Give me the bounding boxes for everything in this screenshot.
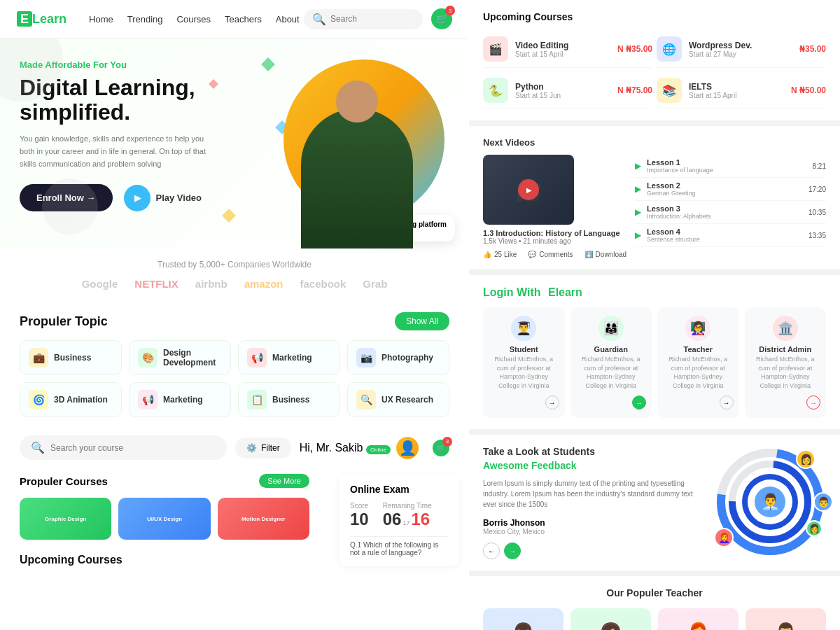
wp-price: ₦35.00 — [799, 44, 826, 54]
like-button[interactable]: 👍 25 Like — [483, 251, 517, 258]
cart-badge: 3 — [445, 6, 455, 15]
nav-home[interactable]: Home — [89, 14, 113, 24]
search-cart[interactable]: 🛒 3 — [433, 440, 449, 456]
upcoming-courses-section: Upcoming Courses 🎬 Video Editing Start a… — [469, 0, 840, 120]
admin-arrow[interactable]: → — [806, 396, 820, 410]
play-overlay[interactable]: ▶ — [518, 179, 539, 200]
ielts-name: IELTS — [689, 82, 784, 92]
chart-avatar-2: 👨 — [813, 492, 833, 512]
lesson-4[interactable]: ▶ Lesson 4 Sentence structure 13:35 — [635, 224, 826, 247]
login-teacher[interactable]: 👩‍🏫 Teacher Richard McEnthos, a cum of p… — [657, 307, 739, 418]
nav-about[interactable]: About — [276, 14, 300, 24]
teacher-mac[interactable]: 👨‍🦱 Mac Jonson Visual Designer f t in ig — [746, 608, 826, 630]
see-more-button[interactable]: See More — [259, 474, 309, 488]
video-views: 1.5k Views • 21 minutes ago — [483, 237, 626, 245]
brand-facebook: facebook — [300, 278, 346, 290]
guardian-arrow[interactable]: → — [632, 396, 646, 410]
greeting-text: Hi, Mr. Sakib Online — [300, 442, 391, 454]
right-panel: Upcoming Courses 🎬 Video Editing Start a… — [469, 0, 840, 630]
exam-stats: Score 10 Remaning Time 06 17 16 — [350, 502, 448, 529]
topic-business-icon: 💼 — [29, 348, 48, 368]
exam-score: Score 10 — [350, 502, 369, 529]
lesson-3-sub: Introduction: Alphabets — [647, 213, 803, 220]
topic-design-icon: 🎨 — [138, 348, 158, 368]
play-overlay-icon: ▶ — [526, 186, 532, 194]
nav-teachers[interactable]: Teachers — [225, 14, 262, 24]
lesson-4-sub: Sentence structure — [647, 236, 803, 243]
brand-google: Google — [82, 278, 118, 290]
nav-trending[interactable]: Trending — [127, 14, 163, 24]
video-thumbnail[interactable]: 🎥 ▶ — [483, 155, 574, 225]
student-arrow[interactable]: → — [545, 396, 559, 410]
courses-section: Propuler Courses See More Graphic Design… — [0, 467, 329, 547]
topic-design[interactable]: 🎨 Design Development — [129, 340, 231, 375]
lesson-2[interactable]: ▶ Lesson 2 German Greeting 17:20 — [635, 178, 826, 201]
download-button[interactable]: ⬇️ Download — [584, 251, 626, 258]
feedback-location: Mexico City, Mexico — [483, 528, 703, 536]
topic-business2[interactable]: 📋 Business — [238, 382, 340, 417]
course-motion[interactable]: Motion Designer — [218, 498, 309, 540]
next-videos-title: Next Videos — [483, 137, 826, 148]
filter-button[interactable]: ⚙️ Filter — [235, 438, 291, 458]
video-editing-icon: 🎬 — [483, 36, 508, 62]
upcoming-course-python[interactable]: 🐍 Python Start at 15 Jun N ₦75.00 — [483, 72, 652, 109]
teacher-borris-photo: 👩 — [570, 608, 651, 630]
teacher-borris[interactable]: 👩 Borris Mac Digital Marketer f t in ig — [570, 608, 651, 630]
login-guardian[interactable]: 👨‍👩‍👧 Guardian Richard McEnthos, a cum o… — [570, 307, 652, 418]
show-all-button[interactable]: Show All — [395, 312, 449, 330]
course-search-bar: 🔍 — [20, 435, 227, 460]
comments-button[interactable]: 💬 Comments — [528, 251, 573, 258]
login-student[interactable]: 👨‍🎓 Student Richard McEnthos, a cum of p… — [483, 307, 565, 418]
python-date: Start at 15 Jun — [515, 92, 610, 99]
topic-marketing2[interactable]: 📢 Marketing — [129, 382, 231, 417]
like-label: 25 Like — [494, 251, 517, 258]
topics-grid: 💼 Business 🎨 Design Development 📢 Market… — [20, 340, 449, 417]
student-role: Student — [489, 345, 559, 354]
cart-button[interactable]: 🛒 3 — [431, 8, 452, 29]
play-video-button[interactable]: ▶ Play Video — [124, 185, 202, 211]
comments-icon: 💬 — [528, 251, 536, 258]
lesson-1-title: Lesson 1 — [647, 158, 806, 167]
teacher-jons[interactable]: 👩‍🦰 Jons Marry Business Developer f t in… — [658, 608, 738, 630]
ielts-date: Start at 15 April — [689, 92, 784, 99]
topic-marketing[interactable]: 📢 Marketing — [238, 340, 340, 375]
exam-question: Q.1 Which of the following is not a rule… — [350, 536, 448, 556]
lesson-1[interactable]: ▶ Lesson 1 Importance of language 8:21 — [635, 155, 826, 178]
feedback-next[interactable]: → — [504, 542, 521, 559]
topic-business-label: Business — [54, 353, 91, 363]
teacher-jons-photo: 👩‍🦰 — [658, 608, 738, 630]
avatar-emoji: 👤 — [396, 437, 419, 459]
python-icon: 🐍 — [483, 78, 508, 103]
teacher-arrow[interactable]: → — [720, 396, 734, 410]
feedback-prev[interactable]: ← — [483, 542, 500, 559]
login-title-text: Login With — [483, 286, 541, 298]
courses-left: Propuler Courses See More Graphic Design… — [0, 467, 329, 573]
topic-3d-icon: 🌀 — [29, 390, 48, 410]
upcoming-course-wp[interactable]: 🌐 Wordpress Dev. Start at 27 May ₦35.00 — [657, 31, 826, 68]
course-search-input[interactable] — [50, 443, 216, 453]
topic-business2-label: Business — [272, 395, 309, 405]
topic-business[interactable]: 💼 Business — [20, 340, 122, 375]
topics-header: Propuler Topic Show All — [20, 312, 449, 330]
topic-3d[interactable]: 🌀 3D Animation — [20, 382, 122, 417]
upcoming-course-ielts[interactable]: 📚 IELTS Start at 15 April N ₦50.00 — [657, 72, 826, 109]
upcoming-course-video[interactable]: 🎬 Video Editing Start at 15 April N ₦35.… — [483, 31, 652, 68]
student-name: Richard McEnthos, a cum of professor at … — [489, 355, 559, 390]
nav-courses[interactable]: Courses — [177, 14, 211, 24]
teacher-jonson[interactable]: 👨 Jonson Roy UI/UX Designer f t in ig — [483, 608, 564, 630]
lesson-3-title: Lesson 3 — [647, 204, 803, 213]
course-ux-design[interactable]: UI/UX Design — [118, 498, 210, 540]
login-cards: 👨‍🎓 Student Richard McEnthos, a cum of p… — [483, 307, 826, 418]
topic-marketing2-label: Marketing — [163, 395, 203, 405]
exam-time-total: 17 — [402, 519, 410, 526]
login-admin[interactable]: 🏛️ District Admin Richard McEnthos, a cu… — [745, 307, 827, 418]
nav-search-input[interactable] — [330, 14, 414, 24]
lesson-3[interactable]: ▶ Lesson 3 Introduction: Alphabets 10:35 — [635, 201, 826, 224]
brand-grab: Grab — [363, 278, 387, 290]
topic-ux-icon: 🔍 — [356, 390, 376, 410]
topic-ux[interactable]: 🔍 UX Research — [347, 382, 449, 417]
topic-photography[interactable]: 📷 Photography — [347, 340, 449, 375]
hero-description: You gain knowledge, skills and experienc… — [20, 133, 216, 170]
lesson-1-sub: Importance of language — [647, 167, 806, 174]
course-graphic-design[interactable]: Graphic Design — [20, 498, 111, 540]
